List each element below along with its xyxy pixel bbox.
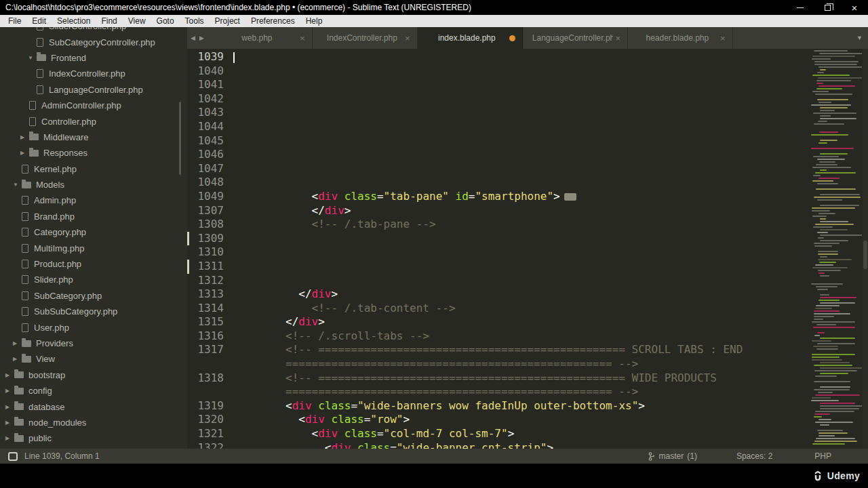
code-line[interactable]: 1049 <div class="tab-pane" id="smartphon…: [187, 190, 807, 204]
tab-close-icon[interactable]: ×: [297, 33, 308, 43]
menu-item-edit[interactable]: Edit: [26, 15, 52, 27]
code-line[interactable]: 1041: [187, 78, 807, 92]
tab-languagecontroller-php[interactable]: LanguageController.php×: [523, 27, 628, 49]
sidebar-item-node-modules[interactable]: ▶node_modules: [0, 415, 187, 430]
menu-item-selection[interactable]: Selection: [52, 15, 96, 27]
sidebar-item-kernel-php[interactable]: Kernel.php: [0, 161, 187, 177]
code-line[interactable]: 1314 <!-- /.tab-content -->: [187, 302, 807, 316]
sidebar-item-frontend[interactable]: ▼Frontend: [0, 50, 187, 66]
sidebar-item-subcategory-php[interactable]: SubCategory.php: [0, 288, 187, 304]
sidebar-item-admin-php[interactable]: Admin.php: [0, 192, 187, 208]
tab-indexcontroller-php[interactable]: IndexController.php×: [313, 27, 418, 49]
code-line[interactable]: 1309: [187, 232, 807, 246]
menu-item-tools[interactable]: Tools: [180, 15, 210, 27]
code-line[interactable]: 1045: [187, 134, 807, 148]
code-line[interactable]: 1047: [187, 162, 807, 176]
menu-item-find[interactable]: Find: [96, 15, 122, 27]
code-line[interactable]: 1313 </div>: [187, 287, 807, 302]
tab-web-php[interactable]: web.php×: [208, 27, 313, 49]
code-line[interactable]: 1312: [187, 274, 807, 288]
sidebar-item-multiimg-php[interactable]: MultiImg.php: [0, 240, 187, 256]
syntax-button[interactable]: PHP: [814, 451, 831, 461]
menu-item-file[interactable]: File: [3, 15, 26, 27]
minimap-line: [818, 253, 838, 255]
code-line[interactable]: 1044: [187, 120, 807, 134]
sidebar-item-database[interactable]: ▶database: [0, 399, 187, 414]
line-number: 1314: [187, 302, 233, 316]
code-line[interactable]: 1317 <!-- ==============================…: [187, 343, 807, 357]
menu-item-preferences[interactable]: Preferences: [245, 15, 300, 27]
code-line[interactable]: 1321 <div class="col-md-7 col-sm-7">: [187, 427, 807, 441]
sidebar-item-providers[interactable]: ▶Providers: [0, 336, 187, 351]
code-line[interactable]: 1042: [187, 92, 807, 106]
minimap-line: [820, 205, 859, 206]
code-line[interactable]: 1311: [187, 260, 807, 274]
sidebar-scrollbar[interactable]: [179, 102, 181, 175]
tab-nav-back-icon[interactable]: ◀: [191, 35, 195, 41]
sidebar-item-user-php[interactable]: User.php: [0, 319, 187, 335]
sidebar-item-bootstrap[interactable]: ▶bootstrap: [0, 367, 187, 383]
minimize-button[interactable]: [787, 0, 814, 15]
sidebar-item-admincontroller-php[interactable]: AdminController.php: [0, 98, 187, 113]
code-line[interactable]: ========================================…: [187, 385, 807, 399]
sidebar-item-view[interactable]: ▶View: [0, 351, 187, 367]
tab-nav-forward-icon[interactable]: ▶: [199, 35, 204, 41]
tab-overflow-icon[interactable]: ▼: [856, 27, 863, 49]
editor-scrollbar[interactable]: [863, 49, 868, 449]
code-line[interactable]: 1308 <!-- /.tab-pane -->: [187, 218, 807, 232]
menu-item-goto[interactable]: Goto: [151, 15, 180, 27]
sidebar-item-responses[interactable]: ▶Responses: [0, 145, 187, 161]
sidebar-item-slidercontroller-php[interactable]: SliderController.php: [0, 27, 187, 34]
sidebar-item-product-php[interactable]: Product.php: [0, 256, 187, 272]
menu-item-project[interactable]: Project: [210, 15, 245, 27]
code-line[interactable]: 1319 <div class="wide-banners wow fadeIn…: [187, 399, 807, 413]
code-line[interactable]: 1318 <!-- ==============================…: [187, 371, 807, 386]
tab-close-icon[interactable]: ×: [717, 33, 728, 43]
code-line[interactable]: 1320 <div class="row">: [187, 413, 807, 427]
sidebar-item-slider-php[interactable]: Slider.php: [0, 272, 187, 287]
tab-label: index.blade.php: [427, 33, 507, 43]
code-line[interactable]: ========================================…: [187, 357, 807, 371]
fold-indicator-icon[interactable]: [564, 193, 576, 201]
editor-scrollbar-thumb[interactable]: [863, 241, 867, 269]
tab-header-blade-php[interactable]: header.blade.php×: [628, 27, 733, 49]
git-branch-button[interactable]: master (1): [648, 451, 697, 461]
sidebar-item-subsubcategory-php[interactable]: SubSubCategory.php: [0, 304, 187, 319]
sidebar-item-models[interactable]: ▼Models: [0, 177, 187, 192]
sidebar-item-subcategorycontroller-php[interactable]: SubCategoryController.php: [0, 34, 187, 49]
sidebar-item-category-php[interactable]: Category.php: [0, 224, 187, 240]
sidebar-item-controller-php[interactable]: Controller.php: [0, 113, 187, 129]
code-line[interactable]: 1040: [187, 64, 807, 79]
chevron-right-icon: ▶: [20, 150, 29, 156]
menu-item-view[interactable]: View: [123, 15, 151, 27]
sidebar-item-resources[interactable]: ▶resources: [0, 447, 187, 449]
restore-button[interactable]: [814, 0, 841, 15]
tree-item-label: Providers: [36, 338, 73, 348]
panel-toggle-icon[interactable]: [8, 452, 18, 461]
sidebar-item-public[interactable]: ▶public: [0, 430, 187, 446]
sidebar-item-brand-php[interactable]: Brand.php: [0, 209, 187, 224]
tab-close-icon[interactable]: ×: [613, 33, 623, 43]
tab-close-icon[interactable]: ×: [402, 33, 413, 43]
file-icon: [29, 117, 36, 126]
code-line[interactable]: 1039: [187, 50, 807, 64]
menu-item-help[interactable]: Help: [300, 15, 328, 27]
sidebar-item-languagecontroller-php[interactable]: LanguageController.php: [0, 82, 187, 98]
editor[interactable]: 1039104010411042104310441045104610471048…: [187, 49, 868, 449]
code-line[interactable]: 1043: [187, 106, 807, 120]
sidebar-item-config[interactable]: ▶config: [0, 383, 187, 399]
code-line[interactable]: 1316 <!-- /.scroll-tabs -->: [187, 329, 807, 344]
code-line[interactable]: 1046: [187, 148, 807, 162]
code-line[interactable]: 1048: [187, 176, 807, 190]
code-line[interactable]: 1315 </div>: [187, 315, 807, 329]
tab-bar: ◀ ▶ web.php×IndexController.php×index.bl…: [187, 27, 868, 49]
indentation-button[interactable]: Spaces: 2: [736, 451, 772, 461]
minimap[interactable]: [809, 50, 862, 449]
sidebar-item-middleware[interactable]: ▶Middleware: [0, 129, 187, 145]
code-line[interactable]: 1322 <div class="wide-banner cnt-strip">: [187, 441, 807, 449]
code-line[interactable]: 1307 </div>: [187, 204, 807, 218]
code-line[interactable]: 1310: [187, 245, 807, 260]
sidebar-item-indexcontroller-php[interactable]: IndexController.php: [0, 66, 187, 81]
close-button[interactable]: ×: [841, 0, 868, 15]
tab-index-blade-php[interactable]: index.blade.php: [418, 27, 523, 49]
